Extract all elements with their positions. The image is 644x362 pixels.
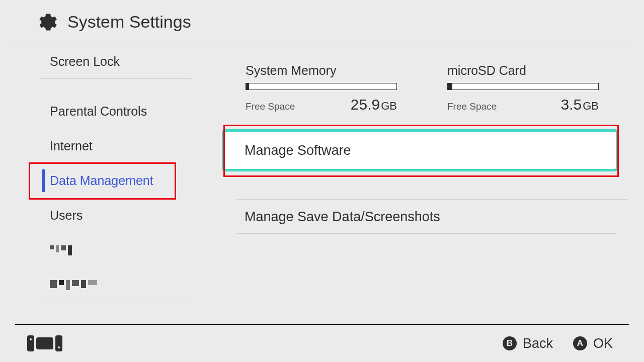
gear-icon (35, 11, 57, 33)
storage-title: System Memory (246, 63, 397, 78)
page-title: System Settings (67, 12, 191, 32)
ok-button[interactable]: A OK (573, 336, 613, 351)
sidebar-item-parental-controls[interactable]: Parental Controls (0, 94, 206, 129)
storage-microsd: microSD Card Free Space 3.5GB (447, 63, 599, 109)
storage-bar (447, 83, 599, 90)
menu-item-manage-software[interactable]: Manage Software (224, 132, 616, 169)
main-menu-list: Manage Software Manage Save Data/Screens… (224, 130, 616, 234)
back-button[interactable]: B Back (503, 336, 553, 351)
free-space-value: 25.9 (351, 96, 380, 113)
menu-item-manage-save-data[interactable]: Manage Save Data/Screenshots (224, 200, 616, 234)
storage-system-memory: System Memory Free Space 25.9GB (246, 63, 397, 109)
sidebar-item-label: Parental Controls (50, 104, 147, 119)
menu-item-label: Manage Save Data/Screenshots (245, 209, 440, 225)
header: System Settings (15, 0, 629, 44)
storage-bar-fill (448, 83, 452, 89)
sidebar-item-screen-lock[interactable]: Screen Lock (0, 44, 206, 79)
free-space-label: Free Space (246, 101, 295, 112)
menu-item-label: Manage Software (245, 143, 351, 158)
sidebar-item-obscured-2[interactable] (0, 267, 206, 302)
sidebar-item-obscured-1[interactable] (0, 233, 206, 267)
sidebar-item-label: Internet (50, 139, 93, 153)
sidebar-item-label: Screen Lock (50, 54, 120, 69)
free-space-label: Free Space (447, 101, 497, 112)
storage-summary: System Memory Free Space 25.9GB microSD … (246, 63, 599, 109)
storage-bar (246, 83, 397, 90)
free-space-unit: GB (583, 100, 599, 112)
free-space-value: 3.5 (560, 96, 582, 113)
content-panel: System Memory Free Space 25.9GB microSD … (206, 44, 629, 322)
storage-title: microSD Card (447, 63, 599, 78)
obscured-label (50, 245, 72, 255)
b-button-icon: B (503, 336, 517, 350)
storage-bar-fill (246, 83, 249, 89)
ok-label: OK (593, 336, 613, 351)
sidebar-item-users[interactable]: Users (0, 198, 206, 233)
free-space-unit: GB (381, 100, 397, 112)
back-label: Back (523, 336, 553, 351)
sidebar-item-internet[interactable]: Internet (0, 129, 206, 163)
sidebar-item-data-management[interactable]: Data Management (0, 163, 206, 198)
sidebar-item-label: Data Management (50, 173, 153, 188)
footer: B Back A OK (15, 324, 629, 362)
sidebar-item-label: Users (50, 208, 83, 223)
sidebar: Screen Lock Parental Controls Internet D… (0, 44, 206, 322)
obscured-label (50, 280, 97, 290)
a-button-icon: A (573, 336, 587, 350)
system-settings-screen: System Settings Screen Lock Parental Con… (0, 0, 644, 362)
controller-icon[interactable] (27, 335, 62, 351)
selection-indicator (42, 169, 45, 192)
